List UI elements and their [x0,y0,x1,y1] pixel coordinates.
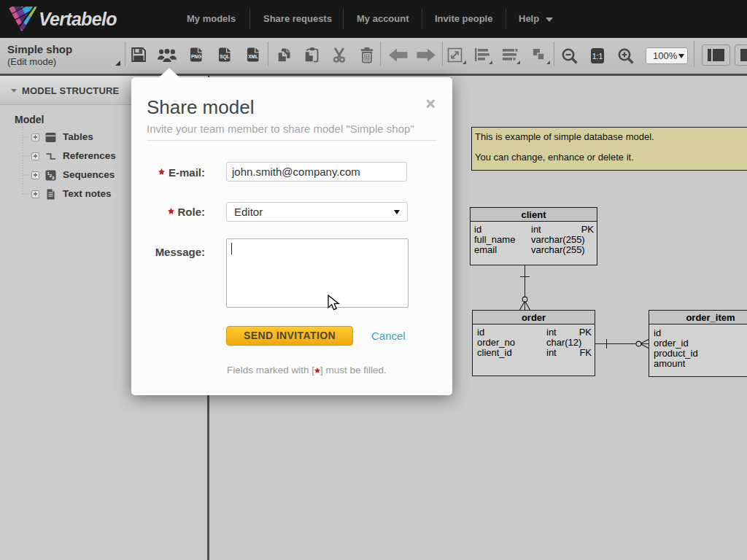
svg-text:SQL: SQL [220,54,229,60]
svg-text:PNG: PNG [191,54,201,59]
svg-text:XML: XML [248,54,258,59]
svg-text:1:1: 1:1 [592,52,603,61]
